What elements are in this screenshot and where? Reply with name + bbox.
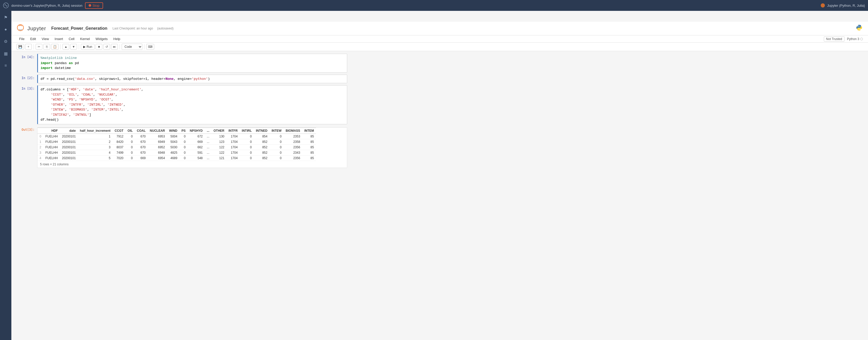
dataframe-output: HDF date half_hour_increment CCGT OIL CO… [37,127,347,168]
table-row: 1FUELHH20200101284200670694950430669...1… [37,139,316,145]
svg-point-5 [859,26,859,26]
keyboard-shortcuts-button[interactable]: ⌨ [146,44,154,50]
table-cell-r1-c4: 8420 [113,139,126,145]
table-cell-r0-c12: 130 [212,133,226,139]
stop-button[interactable]: Stop [85,2,103,9]
table-cell-r2-c15: 852 [254,145,270,150]
save-button[interactable]: 💾 [17,44,24,50]
paste-button[interactable]: 📋 [51,44,59,50]
table-cell-r3-c1: FUELHH [43,150,60,155]
table-cell-r2-c17: 2356 [284,145,302,150]
toolbar: 💾 + ✂ ⎘ 📋 ▲ ▼ ▶ Run ■ ↺ ⏭ Code ⌨ [11,43,868,51]
topbar-left: domino-user's Jupyter(Python, R, Julia) … [3,2,103,9]
table-cell-r2-c9: 0 [179,145,188,150]
table-cell-r0-c16: 0 [270,133,284,139]
restart-button[interactable]: ↺ [103,44,110,50]
menu-help[interactable]: Help [111,36,123,42]
toolbar-separator-4 [120,44,120,49]
menu-insert[interactable]: Insert [52,36,66,42]
table-header-row: HDF date half_hour_increment CCGT OIL CO… [37,128,316,133]
menubar: File Edit View Insert Cell Kernel Widget… [11,35,868,43]
table-cell-r0-c9: 0 [179,133,188,139]
stop-label: Stop [92,4,99,7]
stop-kernel-button[interactable]: ■ [96,44,102,50]
cell-3-code[interactable]: df.columns = ['HDF', 'date', 'half_hour_… [37,85,347,124]
table-cell-r3-c5: 0 [126,150,135,155]
svg-point-3 [821,3,825,7]
svg-point-0 [3,3,8,8]
menu-kernel[interactable]: Kernel [78,36,92,42]
table-cell-r3-c12: 122 [212,150,226,155]
table-cell-r2-c7: 6952 [148,145,167,150]
move-up-button[interactable]: ▲ [63,44,69,50]
table-cell-r2-c11: ... [205,145,212,150]
menu-file[interactable]: File [17,36,27,42]
cell-3-wrapper: In [3]: df.columns = ['HDF', 'date', 'ha… [17,85,347,124]
table-cell-r2-c0: 2 [37,145,43,150]
trusted-button[interactable]: Not Trusted [824,36,844,41]
jupyter-header: Jupyter Forecast_Power_Generation Last C… [11,22,868,35]
table-cell-r4-c13: 1704 [226,155,240,161]
table-cell-r0-c13: 1704 [226,133,240,139]
table-cell-r2-c5: 0 [126,145,135,150]
table-cell-r0-c0: 0 [37,133,43,139]
table-cell-r4-c11: ... [205,155,212,161]
cell-4-line-2: import pandas as pd [40,61,344,66]
add-cell-button[interactable]: + [25,44,32,50]
table-cell-r1-c16: 0 [270,139,284,145]
output-3-content: HDF date half_hour_increment CCGT OIL CO… [37,126,347,168]
table-cell-r0-c18: 85 [302,133,316,139]
output-3-wrapper: Out[3]: HDF date half_hour_increment CCG… [17,126,347,168]
table-cell-r4-c16: 0 [270,155,284,161]
menu-view[interactable]: View [39,36,52,42]
move-down-button[interactable]: ▼ [70,44,77,50]
sidebar-settings-icon[interactable]: ⚙ [2,37,9,45]
cell-4-content[interactable]: %matplotlib inline import pandas as pd i… [37,54,347,72]
table-cell-r3-c10: 591 [188,150,205,155]
table-body: 0FUELHH20200101179120670695350040672...1… [37,133,316,161]
domino-logo [3,3,9,8]
table-row: 4FUELHH20200101570200669695446890548...1… [37,155,316,161]
sidebar-file-icon[interactable]: ≡ [3,62,8,69]
table-cell-r0-c8: 5004 [167,133,179,139]
cell-type-select[interactable]: Code [122,44,142,50]
jupyter-logo [17,24,24,33]
cell-2-code[interactable]: df = pd.read_csv('data.csv', skiprows=1,… [37,75,347,84]
cell-2-content[interactable]: df = pd.read_csv('data.csv', skiprows=1,… [37,75,347,84]
col-header-date: date [60,128,78,133]
sidebar-user-icon[interactable]: ● [3,26,8,33]
table-cell-r4-c1: FUELHH [43,155,60,161]
checkpoint-text: Last Checkpoint: an hour ago [113,27,153,30]
table-cell-r3-c18: 85 [302,150,316,155]
menu-edit[interactable]: Edit [28,36,38,42]
menu-cell[interactable]: Cell [66,36,77,42]
cell-3-content[interactable]: df.columns = ['HDF', 'date', 'half_hour_… [37,85,347,124]
cell-4-code[interactable]: %matplotlib inline import pandas as pd i… [37,54,347,72]
table-cell-r1-c18: 85 [302,139,316,145]
cell-3-prompt: In [3]: [17,85,37,124]
copy-button[interactable]: ⎘ [43,44,50,50]
topbar-right: Jupyter (Python, R, Julia) [820,3,865,8]
table-cell-r4-c17: 2356 [284,155,302,161]
cell-4-prompt: In [4]: [17,54,37,72]
col-header-intned: INTNED [254,128,270,133]
sidebar-chart-icon[interactable]: ▦ [2,50,9,58]
table-cell-r4-c6: 669 [135,155,148,161]
dataframe-table: HDF date half_hour_increment CCGT OIL CO… [37,128,316,161]
table-cell-r2-c16: 0 [270,145,284,150]
cut-button[interactable]: ✂ [36,44,42,50]
notebook-title[interactable]: Forecast_Power_Generation [52,26,107,31]
table-cell-r0-c10: 672 [188,133,205,139]
col-header-index [37,128,43,133]
sidebar-home-icon[interactable]: ⚑ [2,13,9,22]
table-cell-r4-c0: 4 [37,155,43,161]
notebook-area: In [4]: %matplotlib inline import pandas… [11,51,352,175]
table-cell-r3-c16: 0 [270,150,284,155]
run-button[interactable]: ▶ Run [81,44,95,50]
topbar: domino-user's Jupyter(Python, R, Julia) … [0,0,868,11]
menu-widgets[interactable]: Widgets [93,36,110,42]
autosaved-text: (autosaved) [157,27,173,30]
restart-run-button[interactable]: ⏭ [111,44,118,50]
col-header-hdf: HDF [43,128,60,133]
table-cell-r2-c18: 85 [302,145,316,150]
